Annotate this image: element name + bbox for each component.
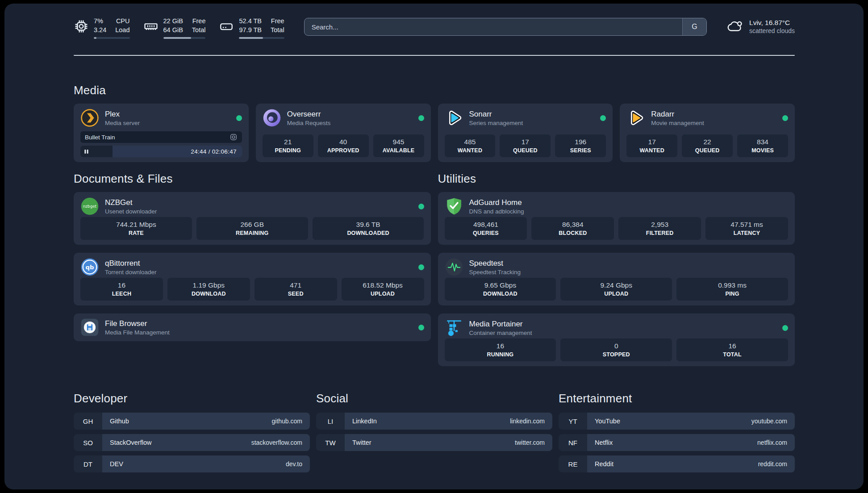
stat-label: BLOCKED: [533, 230, 612, 236]
stat-label: LATENCY: [707, 230, 786, 236]
adguard-card-header: AdGuard Home DNS and adblocking: [445, 197, 789, 216]
status-dot: [600, 115, 606, 121]
memory-label-1: Free: [192, 17, 206, 26]
cpu-labels: CPU Load: [115, 17, 129, 34]
app-card-adguard[interactable]: AdGuard Home DNS and adblocking 498,461 …: [438, 192, 795, 245]
search-bar: G: [304, 18, 707, 36]
app-card-speedtest[interactable]: Speedtest Speedtest Tracking 9.65 Gbps D…: [438, 253, 795, 305]
cpu-values: 7% 3.24: [94, 17, 106, 34]
stat-wanted: 17 WANTED: [626, 134, 677, 157]
utilities-cards: AdGuard Home DNS and adblocking 498,461 …: [438, 192, 795, 366]
section-documents: Documents & Files nzbget NZBGet U: [74, 172, 431, 366]
section-title-media: Media: [74, 84, 795, 97]
card-subtitle: Container management: [469, 330, 532, 336]
stat-series: 196 SERIES: [555, 134, 606, 157]
filebrowser-titles: File Browser Media File Management: [105, 319, 170, 336]
media-cards-grid: Plex Media server Bullet Train: [74, 104, 795, 162]
stat-label: UPLOAD: [562, 291, 670, 297]
stat-label: DOWNLOADED: [314, 230, 422, 236]
app-card-radarr[interactable]: Radarr Movie management 17 WANTED 22 QUE…: [620, 104, 795, 162]
link-group-entertainment: Entertainment YT YouTube youtube.com NF …: [559, 392, 795, 472]
stat-value: 22: [684, 138, 731, 146]
speedtest-icon: [445, 258, 463, 276]
now-playing-progress[interactable]: 24:44 / 02:06:47: [80, 146, 242, 157]
link-stackoverflow[interactable]: SO StackOverflow stackoverflow.com: [74, 434, 310, 451]
weather-widget: Lviv, 16.87°C scattered clouds: [726, 18, 795, 35]
qbittorrent-icon: qb: [80, 258, 99, 276]
link-github[interactable]: GH Github github.com: [74, 413, 310, 430]
cpu-percent: 7%: [94, 17, 106, 26]
cloud-icon: [726, 18, 743, 35]
pause-icon[interactable]: [83, 149, 89, 155]
stat-label: QUEUED: [684, 147, 731, 154]
card-subtitle: Media server: [105, 120, 140, 126]
weather-location: Lviv, 16.87°C: [749, 18, 795, 28]
stat-label: QUEUED: [501, 147, 549, 154]
status-dot: [418, 325, 424, 330]
app-card-plex[interactable]: Plex Media server Bullet Train: [74, 104, 249, 162]
link-linkedin[interactable]: LI LinkedIn linkedin.com: [316, 413, 552, 430]
developer-links: GH Github github.com SO StackOverflow st…: [74, 413, 310, 472]
link-abbr: GH: [74, 413, 102, 430]
section-utilities: Utilities AdGuard Home: [438, 172, 795, 366]
stat-label: PENDING: [264, 147, 312, 154]
stat-download: 1.19 Gbps DOWNLOAD: [167, 278, 250, 301]
disk-widget: 52.4 TB 97.9 TB Free Total: [219, 17, 284, 39]
memory-progress-bar: [163, 37, 206, 39]
stat-label: LEECH: [82, 291, 161, 297]
card-subtitle: Series management: [469, 120, 523, 126]
app-card-sonarr[interactable]: Sonarr Series management 485 WANTED 17 Q…: [438, 104, 613, 162]
link-main: YouTube youtube.com: [587, 413, 795, 430]
link-name: Github: [110, 418, 129, 425]
disk-icon: [219, 19, 234, 34]
app-card-qbittorrent[interactable]: qb qBittorrent Torrent downloader 16 LEE…: [74, 253, 431, 305]
disk-label-2: Total: [271, 26, 284, 35]
stat-value: 266 GB: [198, 220, 306, 229]
stat-label: FILTERED: [620, 230, 699, 236]
stat-value: 1.19 Gbps: [169, 281, 248, 290]
link-url: youtube.com: [751, 418, 787, 425]
link-twitter[interactable]: TW Twitter twitter.com: [316, 434, 552, 451]
card-title: Plex: [105, 109, 140, 119]
stat-available: 945 AVAILABLE: [373, 134, 424, 157]
status-dot: [418, 264, 424, 270]
nzbget-card-header: nzbget NZBGet Usenet downloader: [80, 197, 424, 216]
stat-download: 9.65 Gbps DOWNLOAD: [445, 278, 556, 301]
app-card-portainer[interactable]: Media Portainer Container management 16 …: [438, 313, 795, 366]
link-name: Reddit: [595, 460, 613, 468]
link-netflix[interactable]: NF Netflix netflix.com: [559, 434, 795, 451]
link-reddit[interactable]: RE Reddit reddit.com: [559, 455, 795, 472]
app-card-nzbget[interactable]: nzbget NZBGet Usenet downloader 744.21 M…: [74, 192, 431, 245]
app-card-filebrowser[interactable]: File Browser Media File Management: [74, 313, 431, 341]
search-input[interactable]: [305, 18, 682, 35]
link-abbr: LI: [316, 413, 345, 430]
stat-value: 744.21 Mbps: [82, 220, 190, 229]
weather-text: Lviv, 16.87°C scattered clouds: [749, 18, 795, 35]
memory-free: 22 GiB: [163, 17, 183, 26]
stat-value: 17: [501, 138, 549, 146]
app-card-overseerr[interactable]: Overseerr Media Requests 21 PENDING 40 A…: [256, 104, 431, 162]
section-title-utilities: Utilities: [438, 172, 795, 186]
link-name: LinkedIn: [352, 418, 377, 425]
stat-value: 17: [628, 138, 676, 146]
stat-label: STOPPED: [562, 351, 670, 358]
stat-queued: 17 QUEUED: [500, 134, 551, 157]
link-main: Netflix netflix.com: [587, 434, 795, 451]
cpu-label-2: Load: [115, 26, 129, 35]
link-group-social: Social LI LinkedIn linkedin.com TW Twitt…: [316, 392, 552, 472]
status-dot: [418, 115, 424, 121]
link-abbr: YT: [559, 413, 587, 430]
stat-value: 86,384: [533, 220, 612, 229]
sonarr-card-header: Sonarr Series management: [445, 109, 606, 127]
qbittorrent-stats: 16 LEECH 1.19 Gbps DOWNLOAD 471 SEED 6: [80, 278, 424, 301]
now-playing-time: 24:44 / 02:06:47: [191, 148, 236, 155]
link-youtube[interactable]: YT YouTube youtube.com: [559, 413, 795, 430]
link-dev[interactable]: DT DEV dev.to: [74, 455, 310, 472]
entertainment-links: YT YouTube youtube.com NF Netflix netfli…: [559, 413, 795, 472]
stat-ping: 0.993 ms PING: [676, 278, 788, 301]
card-subtitle: Torrent downloader: [105, 269, 157, 276]
search-provider-button[interactable]: G: [682, 18, 706, 35]
memory-body: 22 GiB 64 GiB Free Total: [163, 17, 206, 39]
stat-label: DOWNLOAD: [169, 291, 248, 297]
link-name: Netflix: [595, 439, 613, 446]
